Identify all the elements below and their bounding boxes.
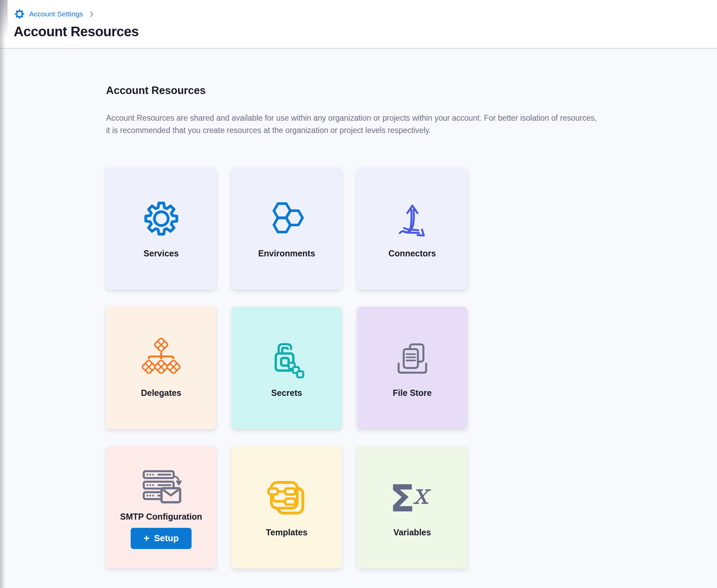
card-secrets[interactable]: Secrets xyxy=(232,307,342,429)
plus-icon: + xyxy=(144,533,150,543)
card-label: Secrets xyxy=(271,388,302,398)
card-label: Variables xyxy=(393,527,431,537)
setup-button-label: Setup xyxy=(154,533,179,544)
services-gear-icon xyxy=(142,199,181,239)
breadcrumb-link-account-settings[interactable]: Account Settings xyxy=(14,8,83,20)
card-label: Services xyxy=(144,249,179,258)
card-delegates[interactable]: Delegates xyxy=(106,307,216,429)
main-content: Account Resources Account Resources are … xyxy=(0,49,717,569)
card-file-store[interactable]: File Store xyxy=(357,307,467,429)
card-label: Environments xyxy=(258,249,315,258)
smtp-server-mail-icon xyxy=(139,466,183,506)
section-description: Account Resources are shared and availab… xyxy=(106,112,600,136)
card-smtp-configuration[interactable]: SMTP Configuration + Setup xyxy=(106,446,216,569)
variables-sigma-icon: Σ x xyxy=(387,478,438,518)
svg-text:Σ: Σ xyxy=(390,478,415,518)
secrets-lock-chain-icon xyxy=(266,338,307,378)
file-store-documents-icon xyxy=(393,338,432,378)
connectors-arrows-icon xyxy=(393,199,432,239)
card-label: SMTP Configuration xyxy=(120,512,202,522)
card-services[interactable]: Services xyxy=(106,167,216,290)
card-label: Delegates xyxy=(141,388,181,398)
delegates-hierarchy-icon xyxy=(141,338,182,378)
svg-text:x: x xyxy=(413,478,431,510)
gear-icon xyxy=(14,8,25,20)
chevron-right-icon xyxy=(88,10,95,18)
environments-hexagons-icon xyxy=(267,199,307,239)
card-label: Templates xyxy=(266,527,308,537)
card-variables[interactable]: Σ x Variables xyxy=(357,446,467,569)
card-environments[interactable]: Environments xyxy=(232,167,342,290)
smtp-setup-button[interactable]: + Setup xyxy=(131,528,192,549)
card-label: Connectors xyxy=(389,249,436,258)
card-label: File Store xyxy=(393,388,432,398)
page-header: Account Settings Account Resources xyxy=(0,0,717,49)
templates-pages-icon xyxy=(266,478,307,518)
section-title: Account Resources xyxy=(106,84,717,97)
breadcrumb-label: Account Settings xyxy=(29,10,83,18)
resource-card-grid: Services Environments xyxy=(106,167,717,569)
breadcrumb: Account Settings xyxy=(14,8,717,20)
card-templates[interactable]: Templates xyxy=(232,446,342,569)
page-title: Account Resources xyxy=(14,24,717,39)
card-connectors[interactable]: Connectors xyxy=(357,167,467,290)
